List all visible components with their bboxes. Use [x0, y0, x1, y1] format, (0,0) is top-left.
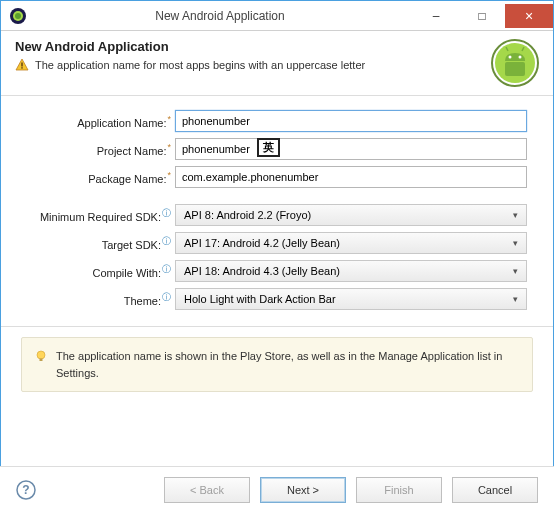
target-sdk-label: Target SDK:ⓘ: [27, 235, 175, 251]
dialog-header: New Android Application The application …: [1, 31, 553, 95]
info-box: The application name is shown in the Pla…: [21, 337, 533, 392]
chevron-down-icon: ▾: [513, 266, 518, 276]
app-name-input[interactable]: [175, 110, 527, 132]
theme-label: Theme:ⓘ: [27, 291, 175, 307]
window-title: New Android Application: [27, 9, 413, 23]
minimize-button[interactable]: –: [413, 4, 459, 28]
compile-with-label: Compile With:ⓘ: [27, 263, 175, 279]
project-name-input[interactable]: [175, 138, 527, 160]
theme-select[interactable]: Holo Light with Dark Action Bar▾: [175, 288, 527, 310]
warning-icon: [15, 58, 29, 72]
titlebar: New Android Application – □ ×: [1, 1, 553, 31]
svg-point-8: [519, 56, 522, 59]
package-name-input[interactable]: [175, 166, 527, 188]
app-name-label: Application Name:*: [27, 114, 175, 129]
back-button[interactable]: < Back: [164, 477, 250, 503]
android-logo-icon: [491, 39, 539, 87]
page-title: New Android Application: [15, 39, 483, 54]
svg-text:?: ?: [22, 483, 29, 497]
finish-button[interactable]: Finish: [356, 477, 442, 503]
svg-point-2: [15, 13, 21, 19]
svg-rect-13: [40, 359, 43, 362]
button-bar: ? < Back Next > Finish Cancel: [0, 466, 554, 513]
chevron-down-icon: ▾: [513, 210, 518, 220]
chevron-down-icon: ▾: [513, 238, 518, 248]
warning-text: The application name for most apps begin…: [35, 59, 365, 71]
help-icon[interactable]: ?: [16, 480, 36, 500]
app-icon: [9, 7, 27, 25]
package-name-label: Package Name:*: [27, 170, 175, 185]
target-sdk-select[interactable]: API 17: Android 4.2 (Jelly Bean)▾: [175, 232, 527, 254]
svg-rect-3: [21, 63, 22, 67]
svg-point-12: [37, 351, 45, 359]
lightbulb-icon: [34, 349, 48, 363]
compile-with-select[interactable]: API 18: Android 4.3 (Jelly Bean)▾: [175, 260, 527, 282]
min-sdk-select[interactable]: API 8: Android 2.2 (Froyo)▾: [175, 204, 527, 226]
min-sdk-label: Minimum Required SDK:ⓘ: [27, 207, 175, 223]
svg-rect-11: [505, 62, 525, 76]
svg-point-7: [509, 56, 512, 59]
project-name-label: Project Name:*: [27, 142, 175, 157]
chevron-down-icon: ▾: [513, 294, 518, 304]
ime-indicator: 英: [257, 138, 280, 157]
svg-rect-4: [21, 67, 22, 68]
cancel-button[interactable]: Cancel: [452, 477, 538, 503]
close-button[interactable]: ×: [505, 4, 553, 28]
info-text: The application name is shown in the Pla…: [56, 348, 520, 381]
next-button[interactable]: Next >: [260, 477, 346, 503]
form-area: Application Name:* Project Name:* 英 Pack…: [1, 96, 553, 326]
maximize-button[interactable]: □: [459, 4, 505, 28]
